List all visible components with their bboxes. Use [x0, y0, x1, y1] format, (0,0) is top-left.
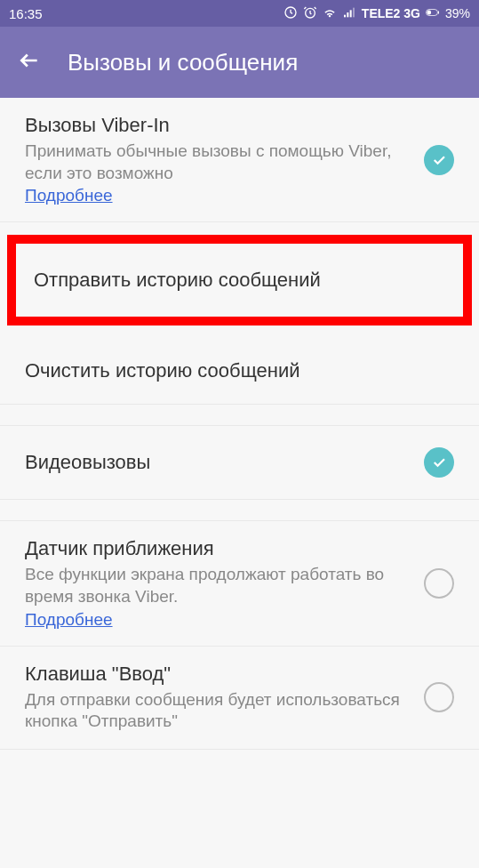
checkbox-unchecked[interactable] — [424, 682, 454, 712]
section-divider — [0, 405, 479, 426]
setting-description: Все функции экрана продолжают работать в… — [25, 564, 406, 607]
checkbox-checked[interactable] — [424, 145, 454, 175]
svg-rect-3 — [347, 12, 348, 17]
setting-clear-history[interactable]: Очистить историю сообщений — [0, 338, 479, 405]
setting-title: Очистить историю сообщений — [25, 359, 454, 382]
settings-list: Вызовы Viber-In Принимать обычные вызовы… — [0, 98, 479, 750]
status-bar: 16:35 TELE2 3G 39% — [0, 0, 479, 27]
setting-content: Датчик приближения Все функции экрана пр… — [25, 537, 406, 629]
details-link[interactable]: Подробнее — [25, 186, 113, 205]
battery-percent: 39% — [445, 6, 470, 20]
svg-rect-4 — [349, 10, 351, 17]
setting-description: Для отправки сообщения будет использоват… — [25, 689, 406, 733]
setting-content: Вызовы Viber-In Принимать обычные вызовы… — [25, 114, 406, 205]
setting-title: Видеовызовы — [25, 451, 406, 474]
setting-viber-in[interactable]: Вызовы Viber-In Принимать обычные вызовы… — [0, 98, 479, 222]
refresh-icon — [283, 5, 298, 22]
status-time: 16:35 — [9, 6, 43, 21]
setting-content: Очистить историю сообщений — [25, 359, 454, 382]
setting-send-history[interactable]: Отправить историю сообщений — [16, 244, 463, 317]
setting-content: Видеовызовы — [25, 451, 406, 474]
setting-title: Клавиша "Ввод" — [25, 663, 406, 686]
svg-rect-7 — [427, 10, 431, 14]
setting-content: Клавиша "Ввод" Для отправки сообщения бу… — [25, 663, 406, 733]
svg-rect-2 — [344, 14, 346, 17]
highlight-annotation: Отправить историю сообщений — [7, 235, 472, 326]
signal-icon — [342, 5, 356, 22]
setting-enter-key[interactable]: Клавиша "Ввод" Для отправки сообщения бу… — [0, 647, 479, 750]
alarm-icon — [303, 5, 317, 22]
setting-title: Датчик приближения — [25, 537, 406, 560]
status-icons: TELE2 3G 39% — [283, 5, 470, 22]
battery-icon — [426, 5, 440, 22]
details-link[interactable]: Подробнее — [25, 610, 113, 630]
checkbox-unchecked[interactable] — [424, 568, 454, 599]
svg-rect-8 — [438, 11, 439, 13]
section-divider — [0, 500, 479, 521]
setting-video-calls[interactable]: Видеовызовы — [0, 426, 479, 500]
app-header: Вызовы и сообщения — [0, 27, 479, 98]
setting-content: Отправить историю сообщений — [34, 269, 445, 292]
carrier-label: TELE2 3G — [362, 6, 420, 20]
checkbox-checked[interactable] — [424, 447, 454, 478]
back-icon[interactable] — [18, 49, 41, 76]
setting-proximity-sensor[interactable]: Датчик приближения Все функции экрана пр… — [0, 521, 479, 646]
setting-description: Принимать обычные вызовы с помощью Viber… — [25, 141, 406, 184]
setting-title: Вызовы Viber-In — [25, 114, 406, 137]
setting-title: Отправить историю сообщений — [34, 269, 445, 292]
svg-rect-5 — [353, 7, 355, 17]
wifi-icon — [323, 5, 337, 22]
page-title: Вызовы и сообщения — [68, 49, 298, 76]
